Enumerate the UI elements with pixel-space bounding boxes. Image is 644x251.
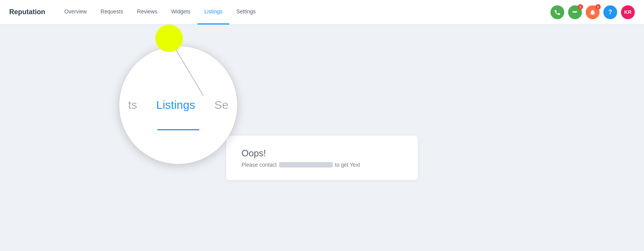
yellow-highlight-dot [155,25,183,52]
mag-partial-right: Se [214,98,228,112]
redacted-contact [279,162,333,167]
header-actions: 1 1 ? KR [550,5,635,19]
tab-settings[interactable]: Settings [229,0,263,25]
oops-text-before: Please contact [242,162,277,168]
megaphone-badge: 1 [578,4,583,10]
mag-active-tab: Listings [156,98,195,112]
oops-message: Please contact to get Yext [242,162,402,168]
magnifier-circle: ts Listings Se [119,46,238,164]
app-title: Reputation [9,8,45,16]
header: Reputation Overview Requests Reviews Wid… [0,0,644,25]
phone-button[interactable] [550,5,564,19]
main-content: ts Listings Se Oops! Please contact to g… [0,25,644,251]
mag-active-underline [157,129,199,130]
tab-reviews[interactable]: Reviews [130,0,164,25]
mag-partial-left: ts [128,98,137,112]
tab-overview[interactable]: Overview [58,0,94,25]
user-avatar[interactable]: KR [621,5,635,19]
help-button[interactable]: ? [603,5,617,19]
tab-listings[interactable]: Listings [197,0,229,25]
nav-tabs: Overview Requests Reviews Widgets Listin… [58,0,263,24]
avatar-initials: KR [624,9,632,15]
tab-requests[interactable]: Requests [94,0,130,25]
megaphone-button[interactable]: 1 [568,5,582,19]
bell-button[interactable]: 1 [586,5,600,19]
oops-title: Oops! [242,148,402,159]
oops-text-after: to get Yext [335,162,360,168]
oops-card: Oops! Please contact to get Yext [226,136,418,180]
help-icon-label: ? [608,9,612,16]
tab-widgets[interactable]: Widgets [164,0,197,25]
bell-badge: 1 [595,4,601,10]
